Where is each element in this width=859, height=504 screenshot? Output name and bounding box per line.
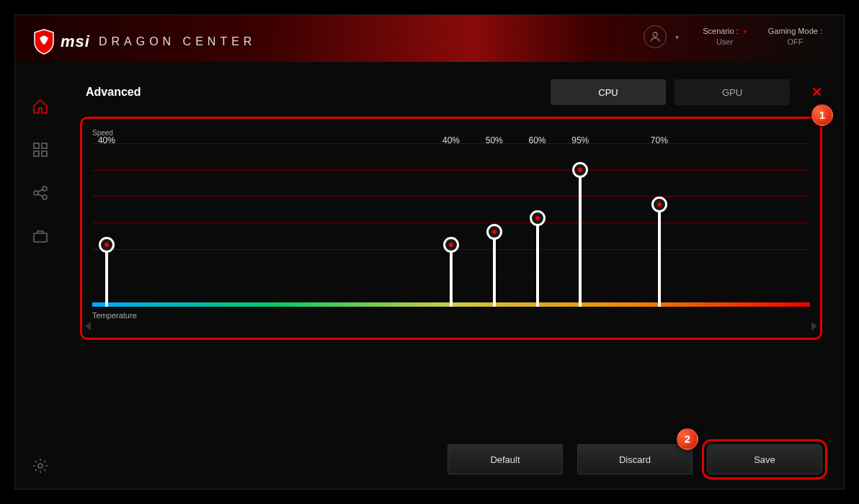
chart-area: 40%40%50%60%95%70% [92,141,810,307]
svg-point-5 [34,191,38,195]
scroll-left-icon[interactable] [85,322,91,330]
drag-handle[interactable] [99,237,115,253]
point-stem [579,170,582,307]
scenario-selector[interactable]: Scenario :▾ User [703,26,747,48]
apps-icon[interactable] [32,141,49,158]
svg-point-0 [653,32,657,37]
point-label: 95% [571,135,589,145]
save-button[interactable]: Save [707,444,822,474]
svg-rect-3 [34,151,39,156]
drag-handle[interactable] [651,197,667,212]
gaming-mode-value: OFF [768,37,822,48]
temperature-axis-label: Temperature [92,311,810,320]
scroll-right-icon[interactable] [811,322,817,330]
chevron-down-icon: ▾ [675,33,679,41]
header-right: ▾ Scenario :▾ User Gaming Mode : OFF [644,25,822,48]
settings-icon[interactable] [32,457,49,474]
svg-rect-4 [42,151,47,156]
discard-button[interactable]: Discard [577,444,693,474]
app-body: Advanced CPU GPU ✕ Speed 40%40%50%60%95%… [15,62,844,489]
panel-header: Advanced CPU GPU ✕ [80,76,822,108]
point-stem [658,204,661,307]
home-icon[interactable] [32,98,49,115]
share-icon[interactable] [32,184,49,202]
close-panel-icon[interactable]: ✕ [811,84,822,100]
point-stem [450,245,453,307]
svg-point-6 [43,186,47,191]
toolbox-icon[interactable] [32,228,49,245]
point-stem [536,218,539,307]
fan-curve-chart: Speed 40%40%50%60%95%70% Temperature 1 [80,117,822,340]
msi-shield-icon [33,29,55,55]
main-panel: Advanced CPU GPU ✕ Speed 40%40%50%60%95%… [66,62,844,489]
app-title: DRAGON CENTER [99,35,256,48]
point-label: 40% [98,135,115,145]
gaming-mode-display: Gaming Mode : OFF [768,26,822,48]
svg-rect-2 [42,143,47,148]
svg-rect-1 [34,143,39,148]
brand-text: msi [61,32,90,51]
grid-line [92,170,810,171]
svg-point-7 [43,195,47,199]
tabs: CPU GPU [551,79,790,105]
user-avatar[interactable]: ▾ [644,25,667,48]
drag-handle[interactable] [443,237,459,253]
svg-point-9 [38,464,43,468]
gaming-mode-label: Gaming Mode : [768,26,822,37]
drag-handle[interactable] [486,224,502,240]
point-label: 40% [442,135,460,145]
app-window: — ✕ msi DRAGON CENTER ▾ Scenario :▾ User… [14,14,845,490]
scenario-label: Scenario : [703,27,739,35]
point-label: 70% [651,135,668,145]
app-header: msi DRAGON CENTER ▾ Scenario :▾ User Gam… [15,15,844,62]
grid-line [92,196,810,197]
chevron-down-icon: ▾ [743,27,747,35]
tab-gpu[interactable]: GPU [675,79,790,105]
callout-2: 2 [677,428,698,450]
svg-rect-8 [34,233,47,242]
button-row: Default Discard Save 2 [448,444,822,474]
default-button[interactable]: Default [448,444,563,474]
tab-cpu[interactable]: CPU [551,79,666,105]
panel-title: Advanced [80,86,141,99]
point-stem [105,245,108,307]
point-label: 50% [486,135,503,145]
point-label: 60% [529,135,546,145]
grid-line [92,222,810,223]
drag-handle[interactable] [530,210,546,226]
drag-handle[interactable] [572,162,588,178]
sidebar [15,62,66,489]
point-stem [493,232,496,307]
scenario-value: User [703,37,747,48]
user-icon [649,31,661,42]
callout-1: 1 [811,104,833,126]
